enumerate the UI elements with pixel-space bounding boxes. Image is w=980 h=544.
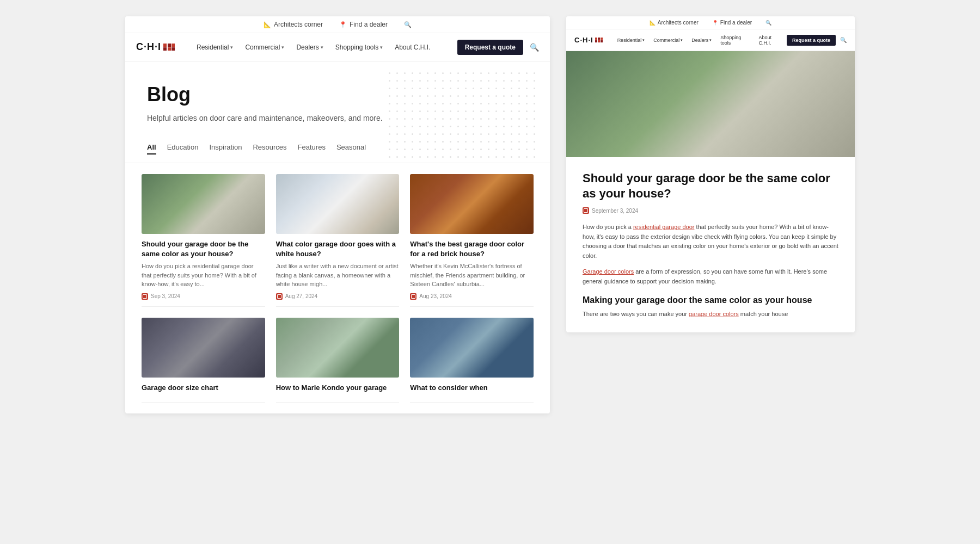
decorative-dot [419, 95, 421, 97]
decorative-dot [503, 95, 505, 97]
article-section-link[interactable]: garage door colors [689, 311, 739, 317]
decorative-dot [526, 149, 528, 150]
calendar-icon-inner [277, 294, 281, 299]
article-intro-link[interactable]: residential garage door [633, 224, 695, 230]
right-request-quote-button[interactable]: Request a quote [787, 35, 836, 46]
decorative-dot [488, 149, 489, 150]
decorative-dot [534, 72, 535, 74]
decorative-dot [465, 88, 467, 89]
right-nav-residential[interactable]: Residential ▾ [614, 35, 649, 45]
decorative-dot [534, 110, 535, 112]
decorative-dot [427, 72, 428, 74]
nav-item-residential[interactable]: Residential ▾ [191, 40, 238, 54]
blog-card-6[interactable]: What to consider when [410, 318, 534, 403]
cat-tab-resources[interactable]: Resources [253, 143, 286, 154]
decorative-dot [396, 103, 398, 104]
decorative-dot [518, 103, 520, 104]
right-find-dealer-link[interactable]: 📍 Find a dealer [712, 20, 752, 26]
decorative-dot [434, 149, 436, 150]
decorative-dot [412, 126, 413, 127]
blog-card-date-1: Sep 3, 2024 [142, 293, 265, 300]
right-logo[interactable]: C·H·I [574, 36, 603, 44]
architects-icon: 📐 [264, 21, 271, 28]
search-icon[interactable]: 🔍 [530, 43, 539, 52]
blog-card-1[interactable]: Should your garage door be the same colo… [142, 174, 265, 307]
nav-item-about[interactable]: About C.H.I. [389, 40, 436, 54]
decorative-dot [450, 72, 451, 74]
right-logo-sq-1 [595, 38, 597, 40]
right-search-nav-icon[interactable]: 🔍 [840, 37, 847, 43]
decorative-dot [503, 141, 505, 143]
decorative-dot [412, 80, 413, 82]
decorative-dot [389, 141, 390, 143]
right-architects-link[interactable]: 📐 Architects corner [650, 20, 699, 26]
decorative-dot [503, 88, 505, 89]
decorative-dot [457, 149, 459, 150]
decorative-dot [473, 103, 474, 104]
decorative-dot [442, 126, 444, 127]
decorative-dot [518, 126, 520, 127]
decorative-dot [412, 141, 413, 143]
right-nav-about[interactable]: About C.H.I. [755, 33, 787, 48]
decorative-dot [442, 110, 444, 112]
decorative-dot [480, 133, 482, 135]
search-utility-link[interactable]: 🔍 [404, 21, 412, 28]
cat-tab-seasonal[interactable]: Seasonal [336, 143, 366, 154]
blog-card-4[interactable]: Garage door size chart [142, 318, 265, 403]
logo[interactable]: C·H·I [136, 41, 175, 53]
decorative-dot [503, 156, 505, 158]
location-icon: 📍 [339, 21, 347, 28]
blog-card-title-5: How to Marie Kondo your garage [276, 383, 400, 393]
nav-item-dealers[interactable]: Dealers ▾ [291, 40, 328, 54]
decorative-dot [473, 156, 474, 158]
decorative-dot [442, 156, 444, 158]
blog-card-image-3 [410, 174, 534, 234]
article-section-text: There are two ways you can make your gar… [583, 310, 838, 319]
decorative-dot [518, 88, 520, 89]
decorative-dot [434, 126, 436, 127]
article-date: September 3, 2024 [583, 207, 838, 214]
decorative-dot [419, 156, 421, 158]
cat-tab-features[interactable]: Features [298, 143, 326, 154]
decorative-dot [457, 141, 459, 143]
decorative-dot [526, 72, 528, 74]
decorative-dot [412, 88, 413, 89]
right-nav-commercial[interactable]: Commercial ▾ [650, 35, 687, 45]
blog-card-title-1: Should your garage door be the same colo… [142, 239, 265, 258]
cat-tab-all[interactable]: All [147, 143, 156, 154]
blog-card-5[interactable]: How to Marie Kondo your garage [276, 318, 400, 403]
decorative-dot [434, 156, 436, 158]
architects-corner-link[interactable]: 📐 Architects corner [264, 21, 323, 28]
decorative-dot [457, 80, 459, 82]
logo-text: C·H·I [136, 41, 161, 53]
cat-tab-inspiration[interactable]: Inspiration [209, 143, 242, 154]
dot-pattern: // Generate dots document.currentScript.… [389, 72, 539, 162]
decorative-dot [488, 88, 489, 89]
logo-sq-6 [171, 47, 175, 51]
decorative-dot [450, 88, 451, 89]
decorative-dot [434, 103, 436, 104]
decorative-dot [396, 118, 398, 120]
decorative-dot [419, 72, 421, 74]
nav-item-commercial[interactable]: Commercial ▾ [240, 40, 290, 54]
blog-card-2[interactable]: What color garage door goes with a white… [276, 174, 400, 307]
decorative-dot [495, 88, 497, 89]
decorative-dot [465, 118, 467, 120]
blog-card-title-2: What color garage door goes with a white… [276, 239, 400, 258]
find-dealer-link[interactable]: 📍 Find a dealer [339, 21, 388, 28]
decorative-dot [412, 103, 413, 104]
cat-tab-education[interactable]: Education [167, 143, 199, 154]
right-search-link[interactable]: 🔍 [765, 20, 771, 26]
logo-sq-5 [168, 47, 171, 51]
decorative-dot [442, 88, 444, 89]
right-nav-dealers[interactable]: Dealers ▾ [688, 35, 715, 45]
decorative-dot [434, 88, 436, 89]
request-quote-button[interactable]: Request a quote [457, 40, 523, 55]
article-body: Should your garage door be the same colo… [566, 157, 855, 332]
article-intro-link-2[interactable]: Garage door colors [583, 268, 634, 275]
right-chevron-icon: ▾ [642, 38, 645, 42]
right-nav-shopping[interactable]: Shopping tools [716, 33, 754, 48]
blog-card-3[interactable]: What's the best garage door color for a … [410, 174, 534, 307]
decorative-dot [404, 88, 406, 89]
nav-item-shopping[interactable]: Shopping tools ▾ [330, 40, 388, 54]
